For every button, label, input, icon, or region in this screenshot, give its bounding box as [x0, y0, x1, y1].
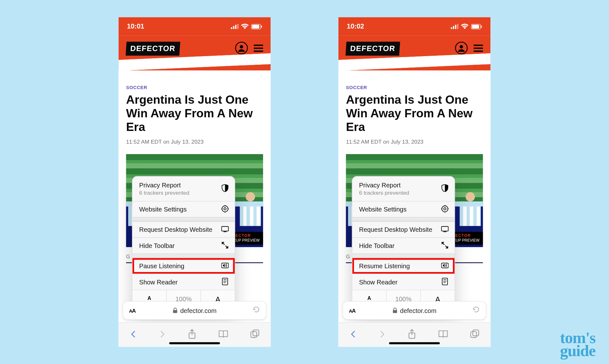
show-reader-label: Show Reader — [359, 278, 397, 286]
svg-rect-51 — [393, 310, 397, 313]
site-header: DEFECTOR — [118, 36, 271, 70]
wifi-icon — [241, 23, 249, 30]
watermark: tom's guide — [560, 331, 596, 357]
svg-rect-30 — [455, 25, 456, 29]
svg-rect-1 — [233, 26, 234, 29]
hide-toolbar-row[interactable]: Hide Toolbar — [132, 237, 235, 254]
menu-icon[interactable] — [254, 44, 263, 52]
forward-button[interactable] — [378, 330, 386, 339]
svg-rect-0 — [231, 27, 232, 29]
reader-icon — [221, 277, 229, 286]
svg-rect-46 — [442, 263, 449, 268]
tabs-button[interactable] — [251, 329, 260, 341]
listen-row[interactable]: Resume Listening — [352, 258, 455, 274]
svg-point-35 — [460, 45, 463, 49]
url-display: defector.com — [173, 307, 216, 314]
show-reader-row[interactable]: Show Reader — [132, 274, 235, 290]
page-settings-popover: Privacy Report 6 trackers prevented Webs… — [352, 176, 455, 309]
svg-rect-29 — [453, 26, 454, 29]
expand-icon — [221, 241, 229, 250]
website-settings-row[interactable]: Website Settings — [132, 201, 235, 217]
svg-point-37 — [444, 207, 446, 210]
back-button[interactable] — [129, 330, 137, 339]
shield-icon — [441, 184, 449, 193]
listen-row[interactable]: Pause Listening — [132, 258, 235, 274]
svg-rect-3 — [237, 24, 239, 29]
request-desktop-label: Request Desktop Website — [139, 226, 213, 233]
bookmarks-button[interactable] — [438, 330, 449, 340]
svg-rect-55 — [473, 330, 479, 336]
article-category[interactable]: SOCCER — [126, 85, 263, 90]
svg-rect-31 — [457, 24, 458, 29]
svg-rect-54 — [471, 331, 477, 337]
hide-toolbar-row[interactable]: Hide Toolbar — [352, 237, 455, 254]
comparison-canvas: 10:01 DEFECTOR SOCCER Argentina Is Just … — [4, 4, 605, 360]
address-bar[interactable]: AA defector.com — [343, 301, 486, 320]
request-desktop-label: Request Desktop Website — [359, 226, 432, 233]
wifi-icon — [461, 23, 468, 30]
battery-icon — [471, 24, 482, 29]
back-button[interactable] — [349, 330, 357, 339]
article-headline: Argentina Is Just One Win Away From A Ne… — [346, 93, 483, 134]
svg-rect-5 — [252, 24, 259, 28]
svg-rect-23 — [173, 310, 177, 313]
svg-rect-14 — [222, 226, 229, 231]
url-display: defector.com — [392, 307, 436, 314]
svg-rect-42 — [442, 226, 449, 231]
website-settings-label: Website Settings — [359, 206, 407, 213]
svg-rect-34 — [481, 25, 482, 28]
share-button[interactable] — [408, 329, 416, 341]
listen-label: Pause Listening — [139, 262, 184, 270]
aa-menu-button[interactable]: AA — [349, 307, 355, 314]
request-desktop-row[interactable]: Request Desktop Website — [352, 221, 455, 237]
account-icon[interactable] — [235, 42, 248, 54]
forward-button[interactable] — [159, 330, 166, 339]
listen-label: Resume Listening — [359, 262, 410, 270]
bookmarks-button[interactable] — [218, 330, 229, 340]
show-reader-row[interactable]: Show Reader — [352, 274, 455, 290]
hide-toolbar-label: Hide Toolbar — [139, 242, 175, 249]
svg-rect-47 — [442, 278, 448, 285]
site-logo[interactable]: DEFECTOR — [345, 42, 400, 55]
svg-rect-19 — [222, 278, 228, 285]
hide-toolbar-label: Hide Toolbar — [359, 242, 395, 249]
privacy-report-sub: 6 trackers prevented — [359, 190, 409, 196]
phone-screenshot-left: 10:01 DEFECTOR SOCCER Argentina Is Just … — [118, 17, 271, 347]
status-bar: 10:02 — [338, 17, 491, 36]
article-category[interactable]: SOCCER — [346, 85, 483, 90]
article-headline: Argentina Is Just One Win Away From A Ne… — [126, 93, 263, 134]
expand-icon — [441, 241, 449, 250]
menu-icon[interactable] — [474, 44, 483, 52]
share-button[interactable] — [188, 329, 196, 341]
address-bar[interactable]: AA defector.com — [123, 301, 266, 320]
site-logo[interactable]: DEFECTOR — [126, 42, 180, 55]
account-icon[interactable] — [455, 42, 468, 54]
battery-icon — [251, 24, 262, 29]
reload-icon[interactable] — [472, 306, 480, 315]
website-settings-row[interactable]: Website Settings — [352, 201, 455, 217]
phone-screenshot-right: 10:02 DEFECTOR SOCCER Argentina Is Just … — [338, 17, 491, 347]
aa-menu-button[interactable]: AA — [129, 307, 135, 314]
privacy-report-row[interactable]: Privacy Report 6 trackers prevented — [352, 177, 455, 201]
privacy-report-label: Privacy Report — [139, 182, 181, 189]
gear-icon — [441, 205, 449, 214]
svg-point-8 — [222, 205, 228, 211]
privacy-report-sub: 6 trackers prevented — [139, 190, 189, 196]
status-time: 10:02 — [347, 23, 364, 30]
website-settings-label: Website Settings — [139, 206, 187, 213]
svg-rect-33 — [472, 24, 479, 28]
tabs-button[interactable] — [470, 329, 480, 341]
lock-icon — [173, 308, 178, 314]
svg-point-36 — [442, 205, 448, 211]
show-reader-label: Show Reader — [139, 278, 178, 286]
speaker-icon — [441, 262, 449, 270]
page-settings-popover: Privacy Report 6 trackers prevented Webs… — [132, 176, 235, 309]
privacy-report-row[interactable]: Privacy Report 6 trackers prevented — [132, 177, 235, 201]
reload-icon[interactable] — [252, 306, 260, 315]
home-indicator — [169, 342, 220, 344]
site-header: DEFECTOR — [338, 36, 491, 70]
request-desktop-row[interactable]: Request Desktop Website — [132, 221, 235, 237]
svg-rect-18 — [221, 263, 228, 268]
article-meta: 11:52 AM EDT on July 13, 2023 — [126, 138, 263, 145]
home-indicator — [389, 342, 440, 344]
